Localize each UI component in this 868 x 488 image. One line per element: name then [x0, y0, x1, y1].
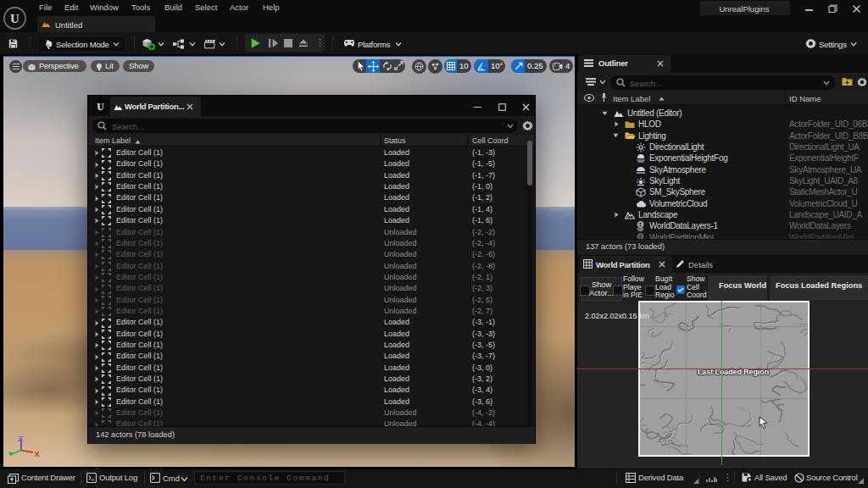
svg-text:Z: Z — [18, 434, 23, 443]
svg-text:U: U — [10, 12, 19, 25]
svg-text:U: U — [97, 101, 104, 113]
svg-text:X: X — [35, 449, 41, 458]
